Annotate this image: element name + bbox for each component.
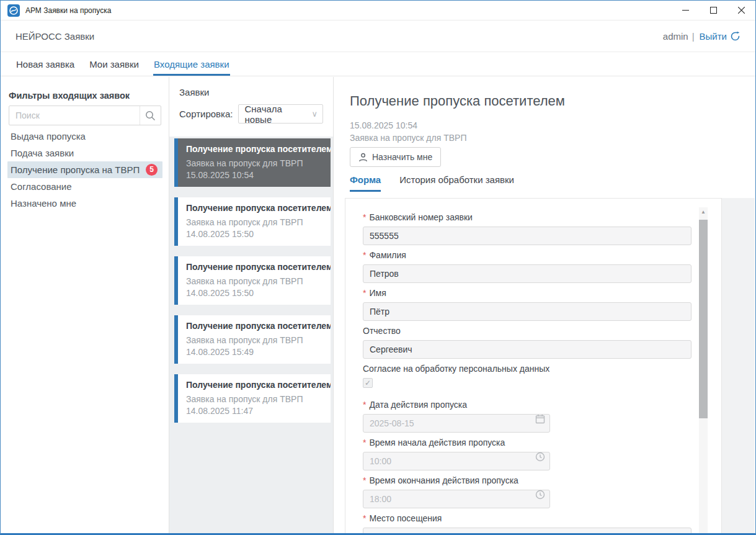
detail-panel: Получение пропуска посетителем 15.08.202… — [334, 77, 755, 533]
visit-place-field[interactable] — [363, 528, 692, 534]
filter-item-approval[interactable]: Согласование — [7, 178, 162, 195]
list-item-title: Получение пропуска посетителем — [186, 321, 324, 331]
brand-title: НЕЙРОСС Заявки — [16, 31, 94, 42]
first-name-field[interactable] — [363, 302, 692, 321]
list-item-subtitle: Заявка на пропуск для ТВРП — [186, 158, 324, 168]
logout-label: Выйти — [700, 31, 727, 42]
tab-history[interactable]: История обработки заявки — [399, 174, 514, 192]
detail-subtitle: Заявка на пропуск для ТВРП — [350, 132, 755, 143]
list-item[interactable]: Получение пропуска посетителем Заявка на… — [174, 374, 331, 423]
tab-my-requests[interactable]: Мои заявки — [89, 52, 140, 76]
form-scrollbar[interactable]: ▲ — [699, 207, 708, 534]
app-logo-icon — [7, 4, 20, 17]
count-badge: 5 — [146, 164, 158, 176]
list-item-title: Получение пропуска посетителем — [186, 144, 324, 154]
assign-to-me-button[interactable]: Назначить мне — [350, 147, 441, 167]
list-item-date: 14.08.2025 11:47 — [186, 406, 324, 416]
list-item-date: 14.08.2025 15:50 — [186, 229, 324, 239]
form-row: Отчество — [363, 325, 721, 359]
field-label: Время начала действия пропуска — [369, 438, 505, 447]
required-marker: * — [363, 400, 366, 410]
form-row: *Фамилия — [363, 250, 721, 283]
list-title: Заявки — [179, 87, 323, 98]
field-label: Банковский номер заявки — [369, 212, 472, 222]
form-row: *Место посещения — [363, 513, 721, 534]
form-row: *Дата действия пропуска — [363, 399, 721, 433]
list-item[interactable]: Получение пропуска посетителем Заявка на… — [174, 315, 331, 364]
detail-date: 15.08.2025 10:54 — [350, 120, 755, 131]
sort-select[interactable]: Сначала новые ∨ — [238, 104, 324, 124]
assign-to-me-label: Назначить мне — [372, 152, 432, 162]
person-icon — [358, 153, 368, 162]
end-time-field[interactable] — [363, 490, 550, 508]
list-item-subtitle: Заявка на пропуск для ТВРП — [186, 394, 324, 404]
consent-checkbox[interactable]: ✓ — [363, 378, 373, 388]
form-row: *Время окончания действия пропуска — [363, 475, 721, 508]
list-item[interactable]: Получение пропуска посетителем Заявка на… — [174, 256, 331, 305]
required-marker: * — [363, 513, 366, 523]
filters-sidebar: Фильтры входящих заявок Выдача пропуска … — [1, 77, 169, 533]
scroll-up-icon[interactable]: ▲ — [699, 207, 708, 216]
tab-form[interactable]: Форма — [350, 174, 381, 192]
form-row: *Имя — [363, 287, 721, 321]
form-row: *Банковский номер заявки — [363, 212, 721, 245]
field-label: Отчество — [363, 326, 401, 336]
current-user: admin — [663, 31, 688, 42]
filter-list: Выдача пропуска Подача заявки Получение … — [9, 128, 161, 212]
window-title: АРМ Заявки на пропуска — [25, 6, 111, 15]
minimize-icon[interactable] — [672, 1, 700, 20]
start-time-field[interactable] — [363, 452, 550, 470]
form-row: Согласие на обработку персональных данны… — [363, 363, 721, 388]
logout-link[interactable]: Выйти — [700, 31, 740, 42]
filter-item-tvrp-pass[interactable]: Получение пропуска на ТВРП 5 — [7, 161, 162, 178]
close-icon[interactable] — [727, 1, 755, 20]
field-label: Место посещения — [369, 513, 442, 523]
required-marker: * — [363, 250, 366, 260]
maximize-icon[interactable] — [700, 1, 727, 20]
tab-incoming-requests[interactable]: Входящие заявки — [153, 52, 230, 76]
required-marker: * — [363, 438, 366, 447]
last-name-field[interactable] — [363, 264, 692, 283]
list-item-subtitle: Заявка на пропуск для ТВРП — [186, 217, 324, 227]
search-icon — [145, 110, 156, 121]
form-row: *Время начала действия пропуска — [363, 437, 721, 470]
field-label: Фамилия — [369, 250, 406, 260]
list-item-date: 14.08.2025 15:50 — [186, 288, 324, 298]
filter-item-assigned-to-me[interactable]: Назначено мне — [7, 195, 162, 212]
pass-date-field[interactable] — [363, 414, 550, 433]
chevron-down-icon: ∨ — [311, 109, 318, 119]
background-strip — [721, 198, 755, 533]
filter-item-label: Получение пропуска на ТВРП — [11, 164, 140, 175]
tab-new-request[interactable]: Новая заявка — [16, 52, 75, 76]
filters-title: Фильтры входящих заявок — [9, 90, 161, 101]
required-marker: * — [363, 475, 366, 485]
requests-column: Заявки Сортировка: Сначала новые ∨ Получ… — [169, 77, 334, 533]
field-label: Имя — [369, 288, 386, 298]
list-item-date: 14.08.2025 15:49 — [186, 347, 324, 357]
app-window: АРМ Заявки на пропуска НЕЙРОСС Заявки ad… — [0, 0, 756, 535]
request-list: Получение пропуска посетителем Заявка на… — [169, 137, 333, 533]
scrollbar-thumb[interactable] — [699, 220, 708, 418]
detail-tabbar: Форма История обработки заявки — [350, 174, 755, 192]
list-item-date: 15.08.2025 10:54 — [186, 170, 324, 180]
separator: | — [692, 31, 695, 42]
filter-item-issue-pass[interactable]: Выдача пропуска — [7, 128, 162, 145]
bank-number-field[interactable] — [363, 227, 692, 245]
main-tabbar: Новая заявка Мои заявки Входящие заявки — [1, 52, 755, 76]
search-input[interactable] — [9, 106, 140, 125]
middle-name-field[interactable] — [363, 340, 692, 359]
list-item-title: Получение пропуска посетителем — [186, 203, 324, 213]
list-item[interactable]: Получение пропуска посетителем Заявка на… — [174, 138, 331, 187]
page-title: Получение пропуска посетителем — [350, 92, 755, 110]
list-item-subtitle: Заявка на пропуск для ТВРП — [186, 276, 324, 286]
checkmark-icon: ✓ — [365, 379, 371, 387]
list-item[interactable]: Получение пропуска посетителем Заявка на… — [174, 197, 331, 246]
list-item-title: Получение пропуска посетителем — [186, 262, 324, 272]
required-marker: * — [363, 288, 366, 298]
list-item-subtitle: Заявка на пропуск для ТВРП — [186, 335, 324, 345]
search-button[interactable] — [140, 106, 161, 125]
field-label: Согласие на обработку персональных данны… — [363, 364, 549, 374]
filter-item-submit-request[interactable]: Подача заявки — [7, 145, 162, 161]
request-form: *Банковский номер заявки *Фамилия *Имя О… — [345, 198, 722, 534]
sort-selected-value: Сначала новые — [245, 104, 312, 125]
